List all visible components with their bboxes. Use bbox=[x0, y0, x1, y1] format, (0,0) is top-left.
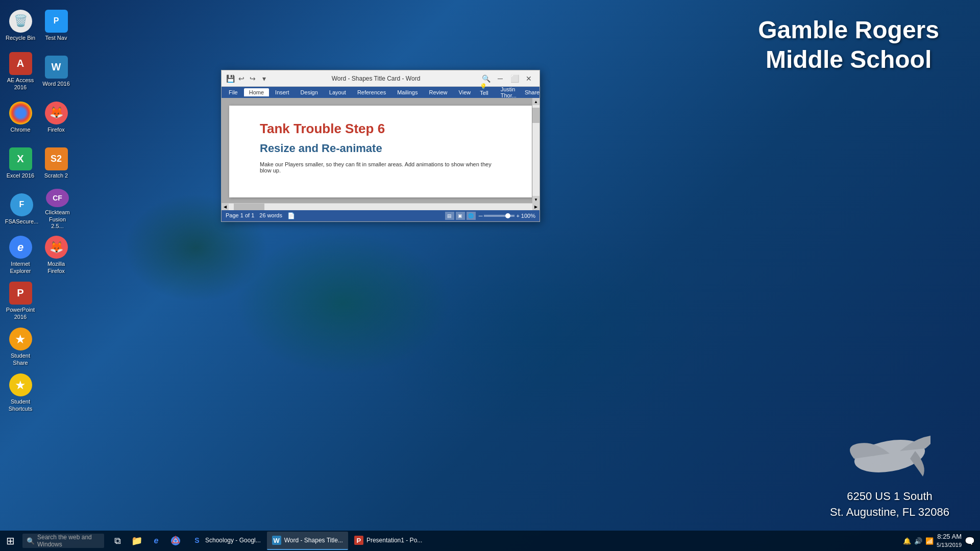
save-icon[interactable]: 💾 bbox=[226, 74, 235, 83]
tab-home[interactable]: Home bbox=[244, 88, 269, 96]
desktop-icon-excel-2016[interactable]: X Excel 2016 bbox=[3, 140, 38, 186]
network-wifi-icon[interactable]: 📶 bbox=[925, 537, 934, 545]
document-page[interactable]: Tank Trouble Step 6 Resize and Re-animat… bbox=[229, 106, 532, 197]
tab-layout[interactable]: Layout bbox=[324, 88, 351, 96]
desktop-icon-empty2 bbox=[38, 324, 74, 370]
desktop-icon-label-mozilla-firefox: Mozilla Firefox bbox=[41, 261, 71, 274]
scroll-right-btn[interactable]: ▶ bbox=[532, 204, 540, 211]
school-address: 6250 US 1 South St. Augustine, FL 32086 bbox=[830, 489, 949, 520]
icon-row-1: 🗑️ Recycle Bin P Test Nav bbox=[3, 3, 74, 48]
tab-file[interactable]: File bbox=[224, 88, 243, 96]
icon-row-6: e Internet Explorer 🦊 Mozilla Firefox bbox=[3, 232, 74, 278]
track-changes-icon: 📄 bbox=[287, 212, 295, 219]
print-layout-btn[interactable]: ▣ bbox=[456, 212, 465, 220]
taskbar-ppt[interactable]: P Presentation1 - Po... bbox=[349, 532, 427, 550]
tab-mailings[interactable]: Mailings bbox=[392, 88, 423, 96]
scrollbar-track[interactable] bbox=[532, 105, 540, 196]
document-area: Tank Trouble Step 6 Resize and Re-animat… bbox=[222, 98, 540, 203]
scrollbar-thumb[interactable] bbox=[532, 108, 540, 123]
task-view-btn[interactable]: ⧉ bbox=[108, 532, 127, 550]
schoology-icon: S bbox=[192, 535, 202, 545]
desktop-icon-recycle-bin[interactable]: 🗑️ Recycle Bin bbox=[3, 3, 38, 48]
desktop-icon-powerpoint[interactable]: P PowerPoint 2016 bbox=[3, 278, 38, 324]
customize-qa-icon[interactable]: ▾ bbox=[259, 74, 268, 83]
desktop-icon-firefox[interactable]: 🦊 Firefox bbox=[38, 94, 74, 140]
school-logo: 6250 US 1 South St. Augustine, FL 32086 bbox=[830, 420, 949, 520]
notification-icon[interactable]: 🗨️ bbox=[965, 536, 975, 546]
taskbar-word[interactable]: W Word - Shapes Title... bbox=[267, 532, 348, 550]
tab-references[interactable]: References bbox=[352, 88, 391, 96]
document-subtitle[interactable]: Resize and Re-animate bbox=[260, 142, 501, 155]
zoom-out-btn[interactable]: ─ bbox=[479, 213, 483, 219]
status-right: ▤ ▣ 🌐 ─ + 100% bbox=[445, 212, 535, 220]
chrome-taskbar-btn[interactable] bbox=[166, 532, 185, 550]
start-button[interactable]: ⊞ bbox=[0, 531, 20, 551]
word-taskbar-label: Word - Shapes Title... bbox=[284, 537, 343, 544]
scrollbar-h-track[interactable] bbox=[229, 204, 532, 210]
desktop-icon-fsa-secure[interactable]: F FSASecure... bbox=[3, 186, 41, 232]
taskbar-schoology[interactable]: S Schoology - Googl... bbox=[187, 532, 266, 550]
taskbar: ⊞ 🔍 Search the web and Windows ⧉ 📁 e S S… bbox=[0, 531, 980, 551]
desktop-icon-scratch2[interactable]: S2 Scratch 2 bbox=[38, 140, 74, 186]
zoom-slider[interactable] bbox=[484, 215, 514, 217]
desktop-icon-chrome[interactable]: Chrome bbox=[3, 94, 38, 140]
icon-row-7: P PowerPoint 2016 bbox=[3, 278, 74, 324]
desktop-icon-label-excel-2016: Excel 2016 bbox=[7, 172, 34, 179]
tab-insert[interactable]: Insert bbox=[270, 88, 295, 96]
taskbar-time-display[interactable]: 8:25 AM 5/13/2019 bbox=[937, 533, 962, 548]
user-name[interactable]: Justin Thor... bbox=[498, 85, 520, 99]
desktop-icon-test-nav[interactable]: P Test Nav bbox=[38, 3, 74, 48]
scroll-left-btn[interactable]: ◀ bbox=[222, 204, 229, 211]
quick-access-toolbar: 💾 ↩ ↪ ▾ bbox=[226, 74, 268, 83]
share-btn[interactable]: Share bbox=[522, 88, 543, 96]
desktop-icon-ie[interactable]: e Internet Explorer bbox=[3, 232, 38, 278]
icon-row-5: F FSASecure... CF Clickteam Fusion 2.5..… bbox=[3, 186, 74, 232]
network-icon[interactable]: 🔔 bbox=[903, 537, 911, 545]
taskbar-search[interactable]: 🔍 Search the web and Windows bbox=[22, 534, 104, 548]
svg-point-5 bbox=[174, 539, 177, 542]
file-explorer-btn[interactable]: 📁 bbox=[128, 532, 146, 550]
zoom-thumb bbox=[505, 213, 510, 218]
ie-taskbar-btn[interactable]: e bbox=[147, 532, 165, 550]
desktop-icon-student-shortcuts[interactable]: ★ Student Shortcuts bbox=[3, 370, 38, 416]
ribbon-tab-bar: File Home Insert Design Layout Reference… bbox=[222, 87, 540, 98]
desktop-icon-label-clickteam: Clickteam Fusion 2.5... bbox=[43, 209, 71, 230]
address-line2: St. Augustine, FL 32086 bbox=[830, 505, 949, 520]
document-title: Tank Trouble Step 6 bbox=[260, 121, 501, 137]
desktop-icon-label-chrome: Chrome bbox=[10, 127, 30, 133]
desktop-icon-mozilla-firefox[interactable]: 🦊 Mozilla Firefox bbox=[38, 232, 74, 278]
desktop-icon-access-2016[interactable]: A AE Access 2016 bbox=[3, 48, 38, 94]
desktop-icon-word-2016[interactable]: W Word 2016 bbox=[38, 48, 74, 94]
zoom-in-btn[interactable]: + bbox=[516, 213, 519, 219]
desktop-icon-label-student-shortcuts: Student Shortcuts bbox=[5, 398, 36, 412]
desktop-icon-student-share[interactable]: ★ Student Share bbox=[3, 324, 38, 370]
read-mode-btn[interactable]: ▤ bbox=[445, 212, 454, 220]
taskbar-running-apps: S Schoology - Googl... W Word - Shapes T… bbox=[187, 532, 427, 550]
desktop-icon-empty bbox=[38, 278, 74, 324]
scroll-down-btn[interactable]: ▼ bbox=[532, 196, 540, 203]
icon-row-4: X Excel 2016 S2 Scratch 2 bbox=[3, 140, 74, 186]
desktop-icon-label-word-2016: Word 2016 bbox=[42, 81, 70, 87]
scroll-up-btn[interactable]: ▲ bbox=[532, 98, 540, 105]
volume-icon[interactable]: 🔊 bbox=[914, 537, 922, 545]
search-placeholder: Search the web and Windows bbox=[37, 534, 100, 548]
web-layout-btn[interactable]: 🌐 bbox=[467, 212, 476, 220]
desktop-icon-label-fsa-secure: FSASecure... bbox=[5, 218, 38, 225]
scrollbar-h-thumb[interactable] bbox=[234, 204, 264, 210]
tab-design[interactable]: Design bbox=[296, 88, 323, 96]
ppt-taskbar-label: Presentation1 - Po... bbox=[366, 537, 422, 544]
system-icons: 🔔 🔊 📶 bbox=[903, 537, 934, 545]
desktop-icon-label-firefox: Firefox bbox=[47, 127, 65, 133]
current-date: 5/13/2019 bbox=[937, 541, 962, 548]
view-icons: ▤ ▣ 🌐 bbox=[445, 212, 476, 220]
school-logo-icon bbox=[849, 420, 930, 482]
tab-view[interactable]: View bbox=[454, 88, 476, 96]
desktop-icon-clickteam[interactable]: CF Clickteam Fusion 2.5... bbox=[41, 186, 74, 232]
tab-review[interactable]: Review bbox=[424, 88, 453, 96]
desktop-icon-label-student-share: Student Share bbox=[5, 353, 36, 366]
school-name-line2: Middle School bbox=[758, 45, 939, 74]
scrollbar-vertical[interactable]: ▲ ▼ bbox=[532, 98, 540, 203]
zoom-level: 100% bbox=[521, 213, 535, 219]
redo-icon[interactable]: ↪ bbox=[248, 74, 257, 83]
undo-icon[interactable]: ↩ bbox=[237, 74, 246, 83]
